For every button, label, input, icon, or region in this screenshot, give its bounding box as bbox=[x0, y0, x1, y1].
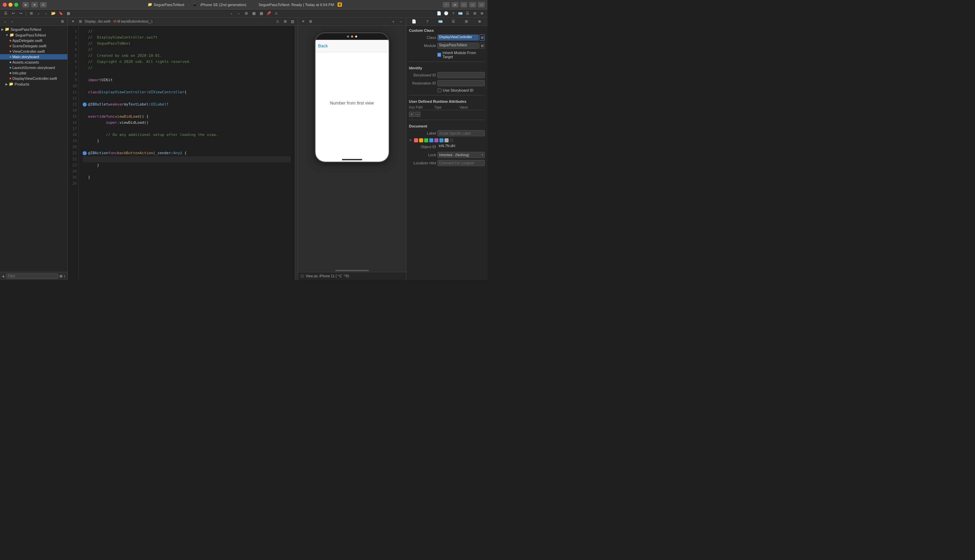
breakpoint-21[interactable] bbox=[83, 151, 87, 155]
canvas-warning[interactable]: ⚠ bbox=[273, 10, 279, 17]
minimize-button[interactable] bbox=[8, 3, 13, 7]
sidebar-item-products[interactable]: ▶ 📁 Products bbox=[0, 81, 67, 87]
swatch-orange[interactable] bbox=[419, 138, 423, 142]
warning-badge[interactable]: 4 bbox=[338, 2, 342, 7]
storyboard-id-row: Storyboard ID bbox=[409, 72, 485, 78]
sidebar-item-infoplist[interactable]: ■ Info.plist bbox=[0, 70, 67, 76]
open-quickly[interactable]: 📂 bbox=[50, 10, 57, 17]
add-file-button[interactable]: + bbox=[2, 273, 5, 279]
undo-button[interactable]: ↩ bbox=[10, 10, 16, 17]
quick-help-icon[interactable]: ? bbox=[424, 18, 430, 25]
sidebar-item-assets[interactable]: ■ Assets.xcassets bbox=[0, 60, 67, 65]
size-inspector-btn[interactable]: ⊞ bbox=[472, 10, 478, 17]
file-inspector-btn[interactable]: 📄 bbox=[436, 10, 442, 17]
identity-inspector-btn[interactable]: 🪪 bbox=[457, 10, 463, 17]
sidebar-sort[interactable]: ⊞ bbox=[59, 18, 65, 25]
swatch-gray[interactable] bbox=[445, 138, 448, 142]
editor-close[interactable]: ✕ bbox=[70, 18, 76, 25]
add-button[interactable]: + bbox=[443, 2, 450, 7]
canvas-nav-forward[interactable]: › bbox=[236, 10, 242, 17]
sidebar-nav-back[interactable]: ‹ bbox=[2, 18, 8, 25]
use-storyboard-checkbox[interactable] bbox=[437, 88, 442, 92]
sidebar-item-main-storyboard[interactable]: ■ Main.storyboard bbox=[0, 54, 67, 60]
restoration-id-field[interactable] bbox=[437, 80, 485, 86]
history-btn[interactable]: 🕐 bbox=[443, 10, 449, 17]
canvas-pin[interactable]: 📌 bbox=[266, 10, 272, 17]
canvas-expand[interactable]: ⊞ bbox=[308, 18, 313, 25]
canvas-zoom[interactable]: ▦ bbox=[258, 10, 264, 17]
sidebar-item-seguepasttonext[interactable]: ▼ 📁 SeguePassToNext bbox=[0, 32, 67, 38]
bookmark-toggle[interactable]: 🔖 bbox=[58, 10, 64, 17]
sidebar-nav-forward[interactable]: › bbox=[9, 18, 15, 25]
storyboard-id-field[interactable] bbox=[437, 72, 485, 78]
redo-button[interactable]: ↪ bbox=[18, 10, 24, 17]
editor-warning-btn[interactable]: ⚠ bbox=[274, 18, 281, 25]
breadcrumb-file[interactable]: Display...ller.swift bbox=[85, 20, 110, 23]
canvas-close[interactable]: ✕ bbox=[300, 18, 306, 25]
close-button[interactable] bbox=[3, 3, 7, 7]
filter-toggle[interactable]: ▦ bbox=[65, 10, 72, 17]
editor-expand[interactable]: ⊞ bbox=[77, 18, 83, 25]
editor-layout-btn[interactable]: ⊞ bbox=[282, 18, 288, 25]
sidebar-item-root[interactable]: ▶ 📁 SeguePassToNext bbox=[0, 27, 67, 32]
code-line-18: // Do any additional setup after loading… bbox=[83, 132, 291, 138]
project-selector[interactable]: 📁 SeguePassToNext bbox=[147, 2, 184, 7]
swatch-dark[interactable] bbox=[450, 138, 454, 142]
filter-options-button[interactable]: ⊞ bbox=[60, 274, 62, 278]
navigator-toggle[interactable]: ☰ bbox=[3, 10, 9, 17]
swatch-lightblue[interactable] bbox=[440, 138, 443, 142]
swatch-red[interactable] bbox=[414, 138, 418, 142]
format-button[interactable]: ⊞ bbox=[28, 10, 34, 17]
breakpoint-13[interactable] bbox=[83, 102, 87, 107]
canvas-zoom-in[interactable]: + bbox=[390, 18, 396, 25]
class-field[interactable]: DisplayViewController bbox=[437, 35, 479, 41]
module-browse-btn[interactable]: ⊞ bbox=[479, 43, 485, 49]
connections-inspector-icon[interactable]: ⊕ bbox=[477, 18, 483, 25]
canvas-filter[interactable]: ▦ bbox=[251, 10, 257, 17]
scheme-button[interactable]: ⊞ bbox=[40, 2, 47, 7]
back-button-label[interactable]: Back bbox=[318, 43, 328, 48]
filter-sort-button[interactable]: ↕ bbox=[64, 274, 65, 278]
view-toggle-1[interactable]: ▭ bbox=[460, 2, 467, 7]
editor-split-btn[interactable]: ▥ bbox=[289, 18, 296, 25]
add-attribute-btn[interactable]: + bbox=[409, 112, 415, 117]
class-browse-btn[interactable]: ⊞ bbox=[479, 35, 485, 41]
attributes-inspector-btn[interactable]: ☰ bbox=[465, 10, 471, 17]
attributes-inspector-icon[interactable]: ☰ bbox=[450, 18, 457, 25]
sidebar-item-launchscreen[interactable]: ■ LaunchScreen.storyboard bbox=[0, 65, 67, 70]
swatch-green[interactable] bbox=[424, 138, 428, 142]
nav-back[interactable]: ‹ bbox=[35, 10, 42, 17]
view-toggle-3[interactable]: ▭ bbox=[478, 2, 485, 7]
device-top-bar bbox=[316, 33, 389, 40]
file-inspector-icon[interactable]: 📄 bbox=[411, 18, 417, 25]
canvas-nav-back[interactable]: ‹ bbox=[229, 10, 235, 17]
lock-select[interactable]: Inherited - (Nothing) ▾ bbox=[437, 152, 485, 158]
sidebar-item-scenedelegate[interactable]: ■ SceneDelegate.swift bbox=[0, 43, 67, 49]
sidebar-item-viewcontroller[interactable]: ■ ViewController.swift bbox=[0, 49, 67, 54]
run-button[interactable]: ▶ bbox=[22, 2, 29, 7]
library-button[interactable]: ⇄ bbox=[452, 2, 458, 7]
nav-forward[interactable]: › bbox=[43, 10, 49, 17]
sidebar-item-appdelegate[interactable]: ■ AppDelegate.swift bbox=[0, 38, 67, 43]
canvas-zoom-out[interactable]: − bbox=[398, 18, 404, 25]
code-editor[interactable]: // // DisplayViewController.swift // Seg… bbox=[79, 26, 295, 280]
identity-inspector-icon[interactable]: 🪪 bbox=[437, 18, 443, 25]
filter-input[interactable] bbox=[6, 273, 58, 278]
fullscreen-button[interactable] bbox=[14, 3, 18, 7]
module-field[interactable]: SeguePassToNext bbox=[437, 43, 479, 49]
swatch-blue[interactable] bbox=[429, 138, 433, 142]
remove-attribute-btn[interactable]: − bbox=[415, 112, 420, 117]
view-toggle-2[interactable]: ▭ bbox=[469, 2, 476, 7]
localizer-hint-field[interactable] bbox=[437, 160, 485, 166]
doc-label-field[interactable] bbox=[437, 130, 485, 136]
canvas-layout[interactable]: ⊞ bbox=[243, 10, 249, 17]
stop-button[interactable]: ■ bbox=[31, 2, 38, 7]
connections-inspector-btn[interactable]: ⊕ bbox=[479, 10, 485, 17]
clear-color-btn[interactable]: ✕ bbox=[409, 138, 413, 142]
sidebar-item-displayviewcontroller[interactable]: ■ DisplayViewController.swift bbox=[0, 76, 67, 81]
inherit-module-checkbox[interactable]: ✓ bbox=[437, 53, 441, 57]
editor-scrollbar[interactable] bbox=[295, 26, 298, 280]
quick-help-btn[interactable]: ? bbox=[450, 10, 457, 17]
size-inspector-icon[interactable]: ⊞ bbox=[463, 18, 470, 25]
swatch-purple[interactable] bbox=[434, 138, 438, 142]
